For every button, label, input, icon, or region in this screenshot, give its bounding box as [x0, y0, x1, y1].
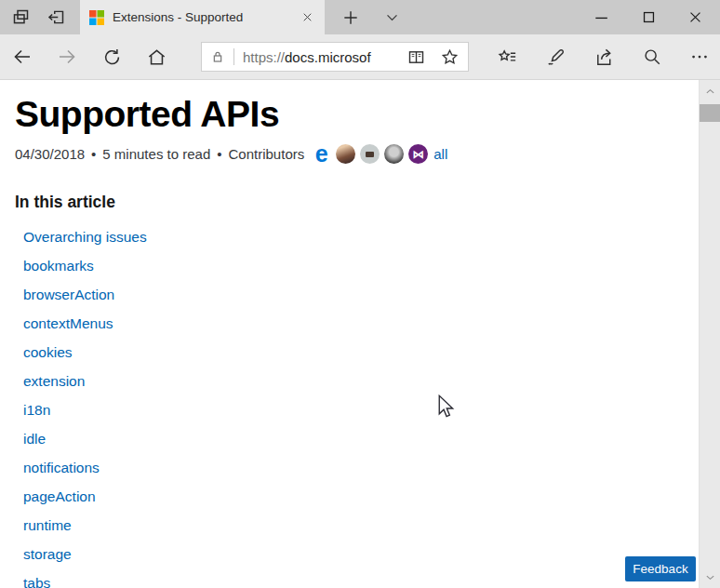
navigation-toolbar: https://docs.microsof: [0, 34, 720, 80]
forward-icon[interactable]: [45, 38, 89, 75]
web-note-icon[interactable]: [545, 47, 567, 68]
visual-studio-logo-avatar[interactable]: ⋈: [408, 144, 428, 164]
microsoft-logo-favicon: [89, 10, 104, 25]
toc-item: notifications: [23, 459, 683, 477]
contributor-avatar[interactable]: [384, 144, 404, 164]
maximize-icon[interactable]: [625, 0, 672, 34]
toc-link[interactable]: i18n: [23, 402, 50, 418]
close-window-icon[interactable]: [672, 0, 718, 34]
toc-item: Overarching issues: [23, 228, 683, 247]
back-icon[interactable]: [0, 38, 45, 75]
toc-link[interactable]: idle: [23, 431, 46, 447]
search-icon[interactable]: [642, 47, 662, 67]
toc-item: bookmarks: [23, 257, 683, 275]
tab-title: Extensions - Supported: [113, 10, 290, 24]
contributors-label: Contributors: [229, 146, 305, 162]
toc-item: tabs: [23, 574, 683, 588]
feedback-button[interactable]: Feedback: [625, 556, 696, 581]
scroll-down-icon[interactable]: [700, 568, 720, 586]
toc-link[interactable]: browserAction: [23, 287, 114, 302]
close-tab-icon[interactable]: [299, 9, 315, 26]
browser-tab[interactable]: Extensions - Supported: [80, 0, 325, 34]
toc-item: cookies: [23, 343, 683, 362]
toc-link[interactable]: Overarching issues: [23, 229, 147, 245]
in-this-article-heading: In this article: [15, 193, 683, 212]
toc-link[interactable]: runtime: [23, 517, 72, 533]
toc-item: extension: [23, 372, 683, 391]
contributor-avatar[interactable]: [336, 144, 355, 164]
toc-item: runtime: [23, 516, 683, 535]
page-content: Supported APIs 04/30/2018 • 5 minutes to…: [0, 80, 720, 588]
scrollbar-thumb[interactable]: [700, 104, 720, 122]
toc-item: i18n: [23, 401, 683, 420]
reading-view-icon[interactable]: [407, 47, 426, 67]
vertical-scrollbar[interactable]: [699, 80, 720, 588]
toc-link[interactable]: storage: [23, 546, 72, 562]
scroll-up-icon[interactable]: [700, 82, 720, 100]
address-divider: [233, 48, 234, 65]
toc-link[interactable]: contextMenus: [23, 315, 113, 331]
home-icon[interactable]: [134, 38, 179, 75]
edge-logo-avatar[interactable]: e: [312, 144, 331, 164]
all-contributors-link[interactable]: all: [433, 146, 447, 162]
lock-icon: [210, 49, 225, 64]
tab-preview-icon[interactable]: [9, 7, 32, 29]
toc-link[interactable]: pageAction: [23, 488, 96, 504]
toc-link[interactable]: cookies: [23, 344, 73, 360]
browser-window: Extensions - Supported: [0, 0, 720, 588]
minimize-icon[interactable]: [579, 0, 625, 34]
article-date: 04/30/2018: [15, 146, 85, 162]
toc-link[interactable]: extension: [23, 373, 85, 389]
toc-item: contextMenus: [23, 314, 683, 333]
favorite-star-icon[interactable]: [440, 47, 460, 67]
article-meta: 04/30/2018 • 5 minutes to read • Contrib…: [15, 144, 683, 164]
toc-item: idle: [23, 430, 683, 448]
page-title: Supported APIs: [15, 93, 683, 136]
read-time: 5 minutes to read: [102, 146, 210, 162]
address-bar[interactable]: https://docs.microsof: [201, 42, 469, 72]
tabs-chevron-down-icon[interactable]: [380, 7, 403, 29]
hub-icon[interactable]: [497, 47, 518, 68]
toc-list: Overarching issues bookmarks browserActi…: [15, 228, 683, 588]
set-tabs-aside-icon[interactable]: [45, 7, 67, 29]
contributor-avatar[interactable]: [360, 144, 380, 164]
contributor-avatars: e ⋈: [312, 144, 428, 164]
toc-link[interactable]: bookmarks: [23, 258, 94, 274]
new-tab-icon[interactable]: [340, 7, 362, 29]
toc-link[interactable]: tabs: [23, 575, 50, 588]
refresh-icon[interactable]: [89, 38, 134, 75]
more-icon[interactable]: [689, 47, 710, 67]
url-text[interactable]: https://docs.microsof: [243, 49, 401, 65]
title-bar: Extensions - Supported: [0, 0, 720, 34]
toc-item: storage: [23, 545, 683, 564]
toc-item: browserAction: [23, 286, 683, 304]
share-icon[interactable]: [593, 47, 615, 68]
toc-link[interactable]: notifications: [23, 460, 100, 475]
toc-item: pageAction: [23, 488, 683, 506]
